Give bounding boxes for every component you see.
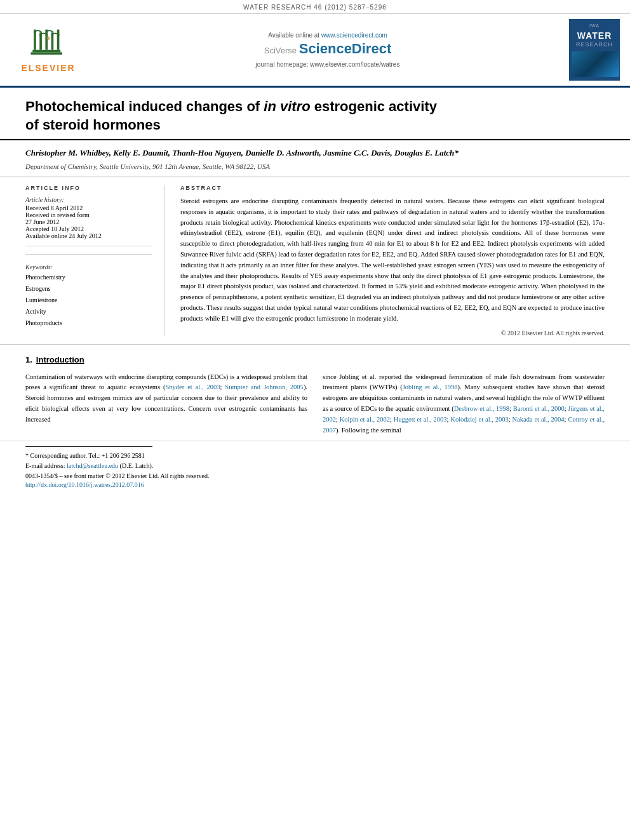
abstract-text: Steroid estrogens are endocrine disrupti… bbox=[180, 196, 605, 324]
abstract-section: ABSTRACT Steroid estrogens are endocrine… bbox=[180, 185, 605, 337]
jobling-link[interactable]: Jobling et al., 1998 bbox=[403, 383, 458, 390]
journal-citation: WATER RESEARCH 46 (2012) 5287–5296 bbox=[243, 4, 387, 11]
badge-iwa: IWA bbox=[572, 23, 617, 29]
header-center: Available online at www.sciencedirect.co… bbox=[86, 32, 569, 67]
keyword-estrogens: Estrogens bbox=[25, 283, 152, 295]
svg-rect-4 bbox=[57, 30, 60, 50]
email-link[interactable]: latchd@seattleu.edu bbox=[67, 462, 118, 469]
keyword-lumiestrone: Lumiestrone bbox=[25, 295, 152, 306]
svg-point-7 bbox=[46, 37, 50, 41]
available-online-text: Available online at www.sciencedirect.co… bbox=[99, 32, 556, 39]
email-address: E-mail address: latchd@seattleu.edu (D.E… bbox=[25, 461, 605, 471]
article-info-heading: ARTICLE INFO bbox=[25, 185, 152, 191]
authors: Christopher M. Whidbey, Kelly E. Daumit,… bbox=[25, 147, 605, 160]
abstract-heading: ABSTRACT bbox=[180, 185, 605, 191]
baronti-link[interactable]: Baronti et al., 2000 bbox=[513, 405, 565, 412]
sumpter-link[interactable]: Sumpter and Johnson, 2005 bbox=[225, 383, 304, 390]
article-info-abstract: ARTICLE INFO Article history: Received 8… bbox=[0, 177, 630, 345]
journal-header: WATER RESEARCH 46 (2012) 5287–5296 bbox=[0, 0, 630, 14]
intro-columns: Contamination of waterways with endocrin… bbox=[0, 372, 630, 436]
doi-link[interactable]: http://dx.doi.org/10.1016/j.watres.2012.… bbox=[25, 481, 144, 488]
footnote-section: * Corresponding author. Tel.: +1 206 296… bbox=[0, 441, 630, 493]
intro-right-col: since Jobling et al. reported the widesp… bbox=[323, 372, 605, 436]
nakada-link[interactable]: Nakada et al., 2004 bbox=[513, 416, 565, 423]
received2: Received in revised form bbox=[25, 211, 152, 218]
page-header: ELSEVIER Available online at www.science… bbox=[0, 14, 630, 88]
received2-date: 27 June 2012 bbox=[25, 218, 152, 225]
article-history-label: Article history: bbox=[25, 196, 152, 203]
snyder-link[interactable]: Snyder et al., 2003 bbox=[166, 383, 220, 390]
footnote-divider bbox=[25, 446, 152, 447]
badge-water: WATER bbox=[572, 30, 617, 41]
intro-right-text: since Jobling et al. reported the widesp… bbox=[323, 372, 605, 436]
sciverse-label: SciVerse ScienceDirect bbox=[99, 41, 556, 57]
badge-research: RESEARCH bbox=[572, 41, 617, 49]
doi-line[interactable]: http://dx.doi.org/10.1016/j.watres.2012.… bbox=[25, 481, 605, 488]
kolodziej-link[interactable]: Kolodziej et al., 2003 bbox=[450, 416, 508, 423]
copyright: © 2012 Elsevier Ltd. All rights reserved… bbox=[180, 330, 605, 337]
sd-link[interactable]: www.sciencedirect.com bbox=[321, 32, 387, 39]
accepted-date: Accepted 10 July 2012 bbox=[25, 225, 152, 232]
elsevier-wordmark: ELSEVIER bbox=[21, 63, 75, 73]
keyword-photoproducts: Photoproducts bbox=[25, 317, 152, 329]
desbrow-link[interactable]: Desbrow et al., 1998 bbox=[454, 405, 509, 412]
introduction-section: 1. Introduction bbox=[0, 345, 630, 368]
kolpin-link[interactable]: Kolpin et al., 2002 bbox=[340, 416, 390, 423]
badge-image bbox=[572, 51, 619, 77]
keywords-section: Keywords: Photochemistry Estrogens Lumie… bbox=[25, 254, 152, 329]
keyword-activity: Activity bbox=[25, 306, 152, 317]
corresponding-author: * Corresponding author. Tel.: +1 206 296… bbox=[25, 451, 605, 461]
affiliation: Department of Chemistry, Seattle Univers… bbox=[25, 163, 605, 170]
available-online-date: Available online 24 July 2012 bbox=[25, 232, 152, 239]
journal-homepage: journal homepage: www.elsevier.com/locat… bbox=[99, 61, 556, 68]
keyword-photochemistry: Photochemistry bbox=[25, 272, 152, 283]
intro-left-text: Contamination of waterways with endocrin… bbox=[25, 372, 307, 425]
section-subtitle: Introduction bbox=[36, 355, 84, 364]
section-number: 1. bbox=[25, 355, 32, 364]
paper-title: Photochemical induced changes of in vitr… bbox=[25, 98, 605, 134]
elsevier-tree-icon bbox=[26, 27, 70, 62]
svg-rect-6 bbox=[31, 52, 63, 55]
svg-rect-5 bbox=[32, 50, 60, 53]
elsevier-logo: ELSEVIER bbox=[10, 27, 86, 73]
sciencedirect-title: ScienceDirect bbox=[299, 41, 392, 57]
paper-title-section: Photochemical induced changes of in vitr… bbox=[0, 88, 630, 140]
water-research-badge: IWA WATER RESEARCH bbox=[569, 19, 620, 81]
article-info: ARTICLE INFO Article history: Received 8… bbox=[25, 185, 165, 337]
huggett-link[interactable]: Huggett et al., 2003 bbox=[394, 416, 447, 423]
keywords-label: Keywords: bbox=[25, 263, 152, 270]
authors-section: Christopher M. Whidbey, Kelly E. Daumit,… bbox=[0, 140, 630, 177]
issn-line: 0043-1354/$ – see front matter © 2012 El… bbox=[25, 471, 605, 481]
received1: Received 8 April 2012 bbox=[25, 204, 152, 211]
intro-left-col: Contamination of waterways with endocrin… bbox=[25, 372, 307, 436]
info-divider bbox=[25, 246, 152, 246]
